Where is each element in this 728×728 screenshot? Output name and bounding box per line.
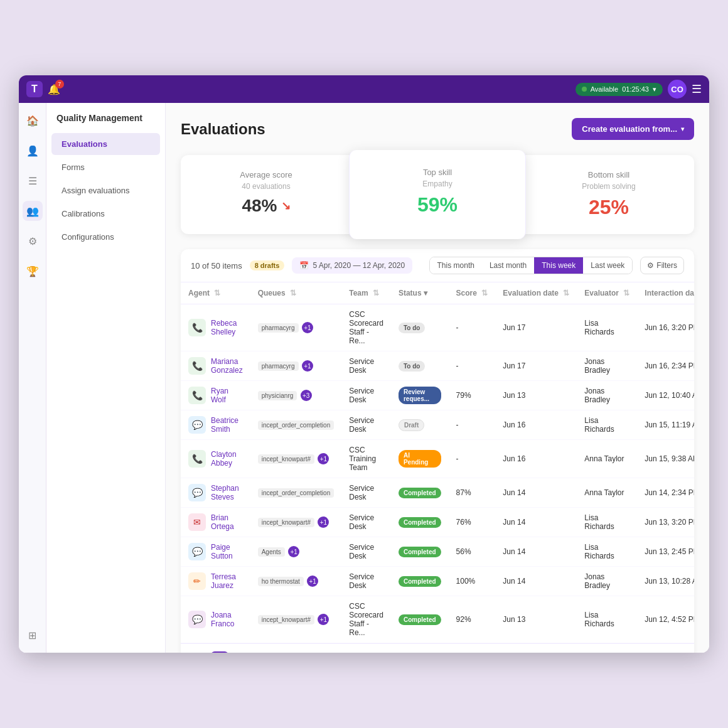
queue-more-badge[interactable]: +1 — [302, 360, 313, 372]
sort-icon: ⇅ — [214, 289, 220, 297]
sidebar-title: Quality Management — [46, 113, 165, 133]
team-cell: Service Desk — [341, 381, 391, 410]
queue-tag[interactable]: pharmacyrg — [258, 361, 299, 371]
score-cell: 100% — [449, 567, 496, 596]
col-status[interactable]: Status ▾ — [391, 282, 449, 304]
agent-name[interactable]: Terresa Juarez — [211, 572, 243, 590]
create-btn-label: Create evaluation from... — [582, 124, 677, 134]
page-2-button[interactable]: 2 — [231, 651, 249, 653]
int-date-cell: Jun 15, 9:38 AM — [637, 440, 694, 478]
agent-cell: ✉ Brian Ortega — [181, 508, 250, 537]
agent-name[interactable]: Rebeca Shelley — [211, 319, 243, 336]
queue-more-badge[interactable]: +1 — [318, 517, 329, 528]
status-chevron-icon: ▾ — [653, 85, 656, 94]
agent-cell: 📞 Mariana Gonzalez — [181, 351, 250, 381]
agent-name[interactable]: Joana Franco — [211, 611, 243, 628]
status-cell: To do — [391, 304, 449, 351]
filter-this-week[interactable]: This week — [534, 257, 583, 274]
page-4-button[interactable]: 4 — [271, 651, 289, 653]
filters-label: Filters — [656, 261, 677, 270]
status-cell: Completed — [391, 596, 449, 643]
queue-more-badge[interactable]: +3 — [301, 390, 312, 401]
agent-avatar: 💬 — [188, 543, 206, 560]
table-toolbar: 10 of 50 items 8 drafts 📅 5 Apr, 2020 — … — [181, 249, 694, 282]
nav-quality-icon[interactable]: 👥 — [23, 201, 43, 221]
team-cell: Service Desk — [341, 567, 391, 596]
agent-name[interactable]: Paige Sutton — [211, 543, 243, 560]
queue-tag[interactable]: incept_order_completion — [258, 488, 335, 498]
queue-tag[interactable]: pharmacyrg — [258, 323, 299, 333]
sidebar-item-calibrations[interactable]: Calibrations — [51, 203, 160, 225]
page-3-button[interactable]: 3 — [251, 651, 269, 653]
table-row: 💬 Joana Franco incept_knowpart# +1 CSC S… — [181, 596, 694, 643]
agent-cell: 💬 Stephan Steves — [181, 478, 250, 508]
queue-tag[interactable]: incept_knowpart# — [258, 615, 314, 624]
top-skill-sublabel: Empathy — [367, 179, 508, 188]
queue-tag[interactable]: Agents — [258, 547, 285, 557]
nav-trophy-icon[interactable]: 🏆 — [23, 261, 43, 281]
notifications-bell[interactable]: 🔔7 — [48, 83, 60, 95]
queue-tag[interactable]: incept_order_completion — [258, 420, 335, 430]
nav-list-icon[interactable]: ☰ — [23, 171, 43, 191]
agent-avatar: 📞 — [188, 319, 206, 336]
queue-tag[interactable]: incept_knowpart# — [258, 454, 314, 464]
top-bar: T 🔔7 Available 01:25:43 ▾ CO ☰ — [19, 75, 709, 103]
sidebar-item-evaluations[interactable]: Evaluations — [51, 133, 160, 155]
sidebar-item-configurations[interactable]: Configurations — [51, 226, 160, 248]
filter-this-month[interactable]: This month — [430, 257, 482, 274]
eval-date-cell: Jun 17 — [495, 304, 577, 351]
evaluator-cell: Jonas Bradley — [577, 351, 637, 381]
col-int-date: Interaction date ⇅ — [637, 282, 694, 304]
nav-users-icon[interactable]: 👤 — [23, 141, 43, 161]
next-page-button[interactable]: Next › — [311, 651, 329, 653]
queue-more-badge[interactable]: +1 — [302, 322, 313, 333]
nav-settings-icon[interactable]: ⚙ — [23, 231, 43, 251]
agent-name[interactable]: Stephan Steves — [211, 484, 243, 501]
score-cell: 56% — [449, 537, 496, 567]
page-5-button[interactable]: 5 — [291, 651, 309, 653]
agent-name[interactable]: Clayton Abbey — [211, 450, 243, 468]
eval-date-cell: Jun 16 — [495, 410, 577, 440]
pagination: ‹ Previous 1 2 3 4 5 Next › Jump to: 123… — [181, 643, 694, 653]
nav-home-icon[interactable]: 🏠 — [23, 110, 43, 131]
eval-date-cell: Jun 14 — [495, 567, 577, 596]
page-1-button[interactable]: 1 — [211, 651, 228, 653]
drafts-badge[interactable]: 8 drafts — [250, 260, 285, 270]
nav-grid-icon[interactable]: ⊞ — [23, 625, 43, 645]
bottom-skill-label: Bottom skill — [538, 170, 679, 179]
queue-cell: incept_knowpart# +1 — [250, 508, 342, 537]
agent-avatar: 📞 — [188, 450, 206, 468]
queue-more-badge[interactable]: +1 — [307, 575, 318, 587]
queue-tag[interactable]: incept_knowpart# — [258, 518, 314, 527]
create-evaluation-button[interactable]: Create evaluation from... ▾ — [572, 118, 694, 140]
sidebar-item-assign-evaluations[interactable]: Assign evaluations — [51, 179, 160, 201]
queue-tag[interactable]: ho thermostat — [258, 577, 304, 586]
agent-avatar: ✏ — [188, 572, 206, 590]
score-cell: 87% — [449, 478, 496, 508]
evaluator-cell: Lisa Richards — [577, 596, 637, 643]
sort-icon: ⇅ — [563, 289, 569, 297]
agent-name[interactable]: Mariana Gonzalez — [211, 357, 243, 375]
queue-tag[interactable]: physicianrg — [258, 391, 297, 400]
evaluator-cell: Jonas Bradley — [577, 567, 637, 596]
filter-last-month[interactable]: Last month — [482, 257, 534, 274]
hamburger-menu-icon[interactable]: ☰ — [692, 82, 702, 96]
sidebar-item-forms[interactable]: Forms — [51, 156, 160, 178]
date-range-picker[interactable]: 📅 5 Apr, 2020 — 12 Apr, 2020 — [292, 257, 412, 274]
queue-more-badge[interactable]: +1 — [288, 546, 299, 557]
status-badge: Review reques... — [399, 387, 441, 404]
prev-page-button[interactable]: ‹ Previous — [191, 651, 208, 653]
agent-name[interactable]: Brian Ortega — [211, 513, 243, 531]
filter-last-week[interactable]: Last week — [583, 257, 632, 274]
eval-date-cell: Jun 14 — [495, 537, 577, 567]
queue-more-badge[interactable]: +1 — [318, 453, 329, 464]
agent-name[interactable]: Beatrice Smith — [211, 416, 243, 434]
filters-button[interactable]: ⚙ Filters — [640, 257, 684, 274]
queue-more-badge[interactable]: +1 — [318, 614, 329, 625]
user-avatar[interactable]: CO — [668, 80, 687, 99]
agent-avatar: 💬 — [188, 416, 206, 434]
queue-cell: incept_knowpart# +1 — [250, 440, 342, 478]
evaluator-cell: Anna Taylor — [577, 478, 637, 508]
agent-name[interactable]: Ryan Wolf — [211, 387, 243, 404]
status-badge[interactable]: Available 01:25:43 ▾ — [575, 83, 663, 96]
